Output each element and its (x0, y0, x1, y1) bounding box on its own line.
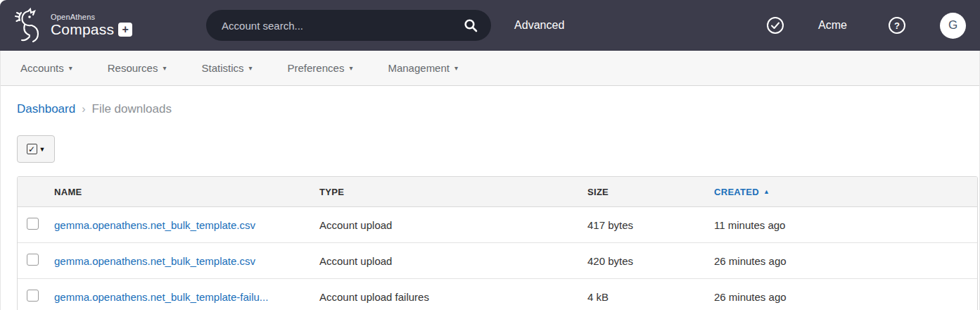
file-type-cell: Account upload (319, 255, 587, 267)
app-header: OpenAthens Compass + Advanced Acme (0, 0, 980, 51)
table-row: gemma.openathens.net_bulk_template-failu… (18, 279, 977, 310)
table-toolbar: ✓ ▼ (17, 135, 979, 163)
file-size-cell: 420 bytes (587, 255, 714, 267)
help-button[interactable]: ? (888, 16, 906, 35)
chevron-down-icon: ▾ (454, 64, 458, 72)
row-checkbox[interactable] (27, 290, 39, 302)
main-nav: Accounts ▾ Resources ▾ Statistics ▾ Pref… (1, 51, 979, 86)
checked-checkbox-icon: ✓ (27, 144, 37, 154)
caret-down-icon: ▼ (39, 146, 46, 153)
status-check-button[interactable] (766, 16, 784, 35)
column-header-name[interactable]: NAME (54, 187, 319, 197)
header-right-group: Acme ? G (766, 13, 966, 39)
account-search-box (206, 10, 491, 41)
column-header-created[interactable]: CREATED ▲ (714, 187, 977, 197)
sort-ascending-icon: ▲ (763, 188, 770, 195)
user-avatar[interactable]: G (940, 13, 966, 39)
breadcrumb: Dashboard › File downloads (1, 86, 979, 116)
row-checkbox[interactable] (27, 254, 39, 266)
help-icon: ? (888, 16, 906, 35)
search-icon (463, 18, 478, 33)
check-circle-icon (766, 16, 784, 35)
file-created-cell: 26 minutes ago (714, 291, 977, 303)
file-size-cell: 417 bytes (587, 219, 714, 231)
account-search-input[interactable] (222, 20, 462, 32)
nav-item-management[interactable]: Management ▾ (388, 62, 458, 74)
search-button[interactable] (462, 16, 480, 35)
nav-item-accounts[interactable]: Accounts ▾ (20, 62, 72, 74)
nav-item-resources[interactable]: Resources ▾ (108, 62, 167, 74)
file-downloads-table: NAME TYPE SIZE CREATED ▲ gemma.openathen… (17, 176, 978, 310)
file-created-cell: 26 minutes ago (714, 255, 977, 267)
chevron-down-icon: ▾ (69, 64, 72, 72)
openathens-compass-logo[interactable]: OpenAthens Compass + (14, 6, 132, 44)
svg-text:?: ? (894, 20, 900, 31)
brand-compass-label: Compass (51, 22, 114, 37)
openathens-owl-logo-icon (14, 6, 46, 44)
page-body: Accounts ▾ Resources ▾ Statistics ▾ Pref… (0, 51, 980, 310)
file-type-cell: Account upload failures (319, 291, 587, 303)
advanced-search-link[interactable]: Advanced (514, 19, 564, 32)
table-row: gemma.openathens.net_bulk_template.csv A… (18, 243, 977, 279)
nav-item-preferences[interactable]: Preferences ▾ (288, 62, 353, 74)
column-header-type[interactable]: TYPE (319, 187, 587, 197)
chevron-down-icon: ▾ (349, 64, 352, 72)
chevron-down-icon: ▾ (163, 64, 166, 72)
table-header-row: NAME TYPE SIZE CREATED ▲ (18, 177, 977, 207)
row-checkbox[interactable] (27, 218, 39, 230)
table-row: gemma.openathens.net_bulk_template.csv A… (18, 207, 977, 243)
column-header-size[interactable]: SIZE (587, 187, 714, 197)
file-download-link[interactable]: gemma.openathens.net_bulk_template.csv (54, 255, 319, 267)
chevron-down-icon: ▾ (248, 64, 252, 72)
file-download-link[interactable]: gemma.openathens.net_bulk_template-failu… (54, 291, 319, 303)
file-created-cell: 11 minutes ago (714, 219, 977, 231)
file-size-cell: 4 kB (587, 291, 714, 303)
nav-item-statistics[interactable]: Statistics ▾ (201, 62, 252, 74)
breadcrumb-separator-icon: › (82, 103, 85, 116)
breadcrumb-dashboard-link[interactable]: Dashboard (17, 102, 75, 116)
file-download-link[interactable]: gemma.openathens.net_bulk_template.csv (54, 219, 319, 231)
compass-plus-badge-icon: + (118, 23, 132, 37)
organisation-name[interactable]: Acme (818, 19, 847, 32)
select-all-dropdown-button[interactable]: ✓ ▼ (17, 135, 55, 163)
breadcrumb-current-page: File downloads (92, 102, 172, 116)
brand-text: OpenAthens Compass + (51, 13, 132, 37)
file-type-cell: Account upload (319, 219, 587, 231)
